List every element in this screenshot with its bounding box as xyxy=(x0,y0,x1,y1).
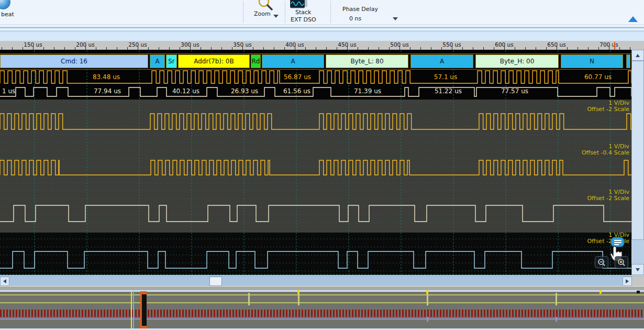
overview-event-tick-purple xyxy=(556,317,557,322)
zoom-dropdown-arrow-icon[interactable] xyxy=(273,15,279,18)
toolbar-separator xyxy=(330,1,331,23)
decode-segment[interactable]: A xyxy=(150,54,165,68)
overview-view-region-marker[interactable] xyxy=(140,292,147,328)
right-arrow-icon xyxy=(626,279,629,283)
phase-delay-control[interactable]: Phase Delay 0 ns xyxy=(340,0,408,24)
scrollbar-corner xyxy=(631,276,644,286)
vertical-scrollbar-thumb[interactable] xyxy=(631,61,644,240)
toolbar-separator xyxy=(243,1,243,23)
scroll-right-button[interactable] xyxy=(623,277,632,286)
zoom-button-label: Zoom xyxy=(254,10,271,17)
ruler-tick-label: 350 us xyxy=(233,41,252,48)
overview-activity-band xyxy=(0,310,644,317)
ruler-tick-label: 550 us xyxy=(442,41,461,48)
measurement-label: 77.94 us xyxy=(94,87,121,95)
view-marker-bar xyxy=(140,292,142,328)
scroll-up-button[interactable] xyxy=(631,50,644,61)
vertical-scrollbar[interactable] xyxy=(631,50,644,275)
overview-channel-line-1 xyxy=(0,294,644,295)
measurement-label: 71.39 us xyxy=(354,87,381,95)
toolbar-separator xyxy=(285,1,285,23)
overview-event-tick xyxy=(248,293,250,305)
phase-delay-label: Phase Delay xyxy=(342,6,378,13)
decode-segment[interactable]: Byte_H: 00 xyxy=(475,54,559,68)
stack-ext-dso-button[interactable]: Stack EXT DSO xyxy=(288,0,321,24)
horizontal-scrollbar-thumb[interactable] xyxy=(209,277,222,286)
logic-analyzer-window: beat Zoom Stack EXT DSO Phase Delay 0 n xyxy=(0,0,644,330)
overview-cursor-line[interactable] xyxy=(131,291,132,329)
overview-event-cap xyxy=(426,290,428,294)
overview-end-notch xyxy=(637,291,640,293)
ruler-tick-label: 600 us xyxy=(495,41,514,48)
overview-channel-line-3 xyxy=(0,318,644,320)
ruler-cursor-marker[interactable] xyxy=(614,42,615,50)
decode-segment[interactable] xyxy=(626,54,630,68)
decode-segment[interactable]: N xyxy=(561,54,623,68)
scroll-left-button[interactable] xyxy=(0,277,9,286)
horizontal-scrollbar[interactable] xyxy=(0,276,644,286)
ribbon-toolbar: beat Zoom Stack EXT DSO Phase Delay 0 n xyxy=(0,0,644,25)
measurement-label: 1 us xyxy=(2,87,15,95)
protocol-decode-row: Cmd: 16ASrAddr(7b): 0BRdAByte_L: 80AByte… xyxy=(0,53,631,70)
decode-segment[interactable]: Addr(7b): 0B xyxy=(178,54,250,68)
decode-segment[interactable]: A xyxy=(410,54,473,68)
zoom-in-button[interactable] xyxy=(615,256,628,268)
view-marker-cap xyxy=(140,291,147,294)
measurement-label: 60.77 us xyxy=(584,73,612,81)
decode-segment[interactable]: Rd xyxy=(251,54,261,68)
left-arrow-icon xyxy=(3,279,6,283)
analog-trace-2-offset-label: Offset -0.4 Scale xyxy=(582,149,629,156)
ruler-tick-label: 250 us xyxy=(128,41,147,48)
overview-event-tick xyxy=(427,293,428,305)
ruler-tick-label: 150 us xyxy=(24,41,42,48)
capture-overview-minimap[interactable] xyxy=(0,292,644,328)
stack-label-line1: Stack xyxy=(295,9,311,16)
overview-cursor-line[interactable] xyxy=(133,291,134,329)
measurement-label: 61.56 us xyxy=(283,87,310,95)
ruler-tick-label: 500 us xyxy=(390,41,409,48)
ruler-tick-label: 700 us xyxy=(599,41,618,48)
analog-section-bg xyxy=(0,100,631,233)
overview-channel-line-2 xyxy=(0,302,644,303)
overview-event-cap xyxy=(297,290,299,294)
decode-segment[interactable]: Sr xyxy=(166,54,177,68)
zoom-out-button[interactable] xyxy=(595,256,608,268)
phase-delay-dropdown-arrow-icon[interactable] xyxy=(393,17,398,20)
phase-delay-value: 0 ns xyxy=(349,15,361,22)
measurement-label: 77.57 us xyxy=(501,87,528,95)
magnifier-minus-icon xyxy=(597,258,606,267)
measurement-label: 83.48 us xyxy=(93,73,120,81)
dso-waves-icon xyxy=(290,0,308,8)
magnifier-icon xyxy=(256,0,274,10)
up-arrow-icon xyxy=(636,54,640,57)
overview-event-tick xyxy=(298,293,299,305)
overview-event-cap xyxy=(599,290,602,294)
magnifier-plus-icon xyxy=(617,258,626,267)
overview-event-tick-purple xyxy=(427,317,428,322)
measurement-label: 26.93 us xyxy=(231,87,258,95)
ruler-tick-label: 400 us xyxy=(285,41,304,48)
ruler-tick-label: 200 us xyxy=(76,41,95,48)
repeat-button[interactable]: beat xyxy=(0,0,31,24)
repeat-button-label: beat xyxy=(1,11,14,18)
decode-segment[interactable]: A xyxy=(262,54,324,68)
time-ruler[interactable]: 150 us200 us250 us300 us350 us400 us450 … xyxy=(0,41,644,50)
ruler-tick-label: 450 us xyxy=(338,41,357,48)
scroll-down-button[interactable] xyxy=(631,264,644,275)
overview-event-tick xyxy=(556,293,557,305)
measurement-label: 51.22 us xyxy=(435,87,462,95)
analog-trace-3-offset-label: Offset -2 Scale xyxy=(587,195,629,202)
collapse-ribbon-icon[interactable] xyxy=(628,16,638,22)
separator-band xyxy=(0,32,644,41)
repeat-icon xyxy=(0,0,10,9)
waveform-view[interactable]: 83.48 us56.87 us57.1 us60.77 us1 us77.94… xyxy=(0,50,631,275)
measurement-label: 40.12 us xyxy=(172,87,199,95)
measurement-label: 56.87 us xyxy=(284,73,311,81)
ruler-tick-label: 300 us xyxy=(181,41,199,48)
zoom-button[interactable]: Zoom xyxy=(251,0,283,24)
ruler-tick-label: 650 us xyxy=(547,41,566,48)
down-arrow-icon xyxy=(636,268,640,271)
decode-segment[interactable]: Cmd: 16 xyxy=(0,54,148,68)
decode-segment[interactable]: Byte_L: 80 xyxy=(326,54,408,68)
measurement-label: 57.1 us xyxy=(434,73,457,81)
